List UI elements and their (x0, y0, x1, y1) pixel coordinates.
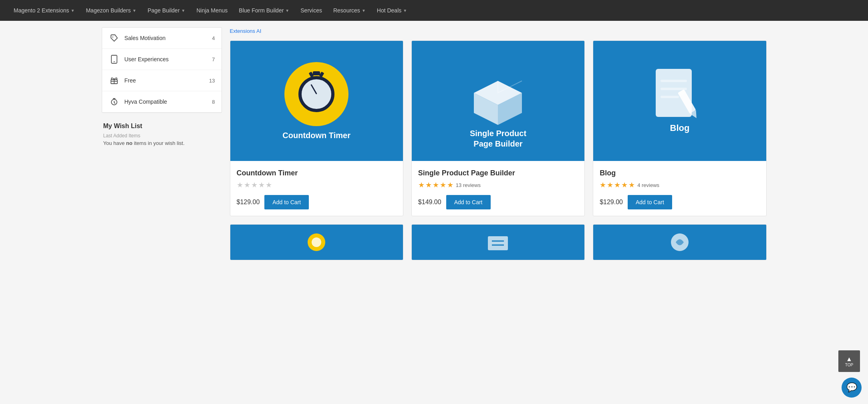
partial-icon-1 (304, 225, 328, 260)
sidebar-item-user-experiences[interactable]: User Experiences 7 (102, 49, 222, 70)
nav-resources[interactable]: Resources ▼ (328, 0, 371, 21)
sidebar-count-user-experiences: 7 (212, 56, 215, 62)
star-3: ★ (614, 181, 620, 189)
nav-page-builder-caret: ▼ (181, 8, 185, 13)
nav-hot-deals[interactable]: Hot Deals ▼ (371, 0, 413, 21)
product-rating-countdown-timer: ★ ★ ★ ★ ★ (237, 181, 397, 189)
sidebar-label-free: Free (125, 77, 205, 84)
star-2: ★ (607, 181, 613, 189)
sidebar-label-hyva-compatible: Hyva Compatible (125, 98, 207, 105)
gift-icon (109, 75, 120, 86)
wish-list-empty-text: You have no items in your wish list. (103, 140, 220, 146)
star-2: ★ (244, 181, 250, 189)
nav-magezon-builders[interactable]: Magezon Builders ▼ (80, 0, 142, 21)
svg-rect-18 (488, 236, 508, 250)
sidebar-menu: Sales Motivation 4 User Experiences 7 (102, 27, 222, 113)
star-5: ★ (447, 181, 453, 189)
product-footer-single-product: $149.00 Add to Cart (418, 195, 578, 209)
sidebar-label-user-experiences: User Experiences (125, 56, 207, 62)
product-card-partial-1 (230, 224, 403, 260)
product-price-single-product: $149.00 (418, 199, 441, 206)
star-4: ★ (621, 181, 628, 189)
product-card-single-product: Single ProductPage Builder Single Produc… (411, 40, 585, 216)
add-to-cart-button-single-product[interactable]: Add to Cart (446, 195, 491, 209)
product-footer-countdown-timer: $129.00 Add to Cart (237, 195, 397, 209)
product-image-single-product[interactable]: Single ProductPage Builder (412, 41, 584, 161)
sidebar-item-free[interactable]: Free 13 (102, 70, 222, 91)
sidebar-count-free: 13 (209, 78, 215, 84)
svg-point-0 (112, 36, 113, 37)
main-content: Extensions AI Coun (230, 27, 767, 260)
product-price-countdown-timer: $129.00 (237, 199, 260, 206)
product-info-blog: Blog ★ ★ ★ ★ ★ 4 reviews $129.00 Ad (593, 161, 766, 216)
product-card-countdown-timer: Countdown Timer Countdown Timer ★ ★ ★ ★ … (230, 40, 403, 216)
star-2: ★ (425, 181, 432, 189)
countdown-timer-icon: Countdown Timer (282, 62, 350, 140)
star-1: ★ (600, 181, 606, 189)
product-image-partial-2[interactable] (412, 225, 584, 260)
stars-single-product: ★ ★ ★ ★ ★ (418, 181, 453, 189)
partial-product-row (230, 224, 767, 260)
nav-magento-extensions-caret: ▼ (71, 8, 75, 13)
product-image-partial-1[interactable] (230, 225, 403, 260)
product-card-partial-3 (593, 224, 766, 260)
product-grid: Countdown Timer Countdown Timer ★ ★ ★ ★ … (230, 40, 767, 216)
nav-blue-form-builder-caret: ▼ (285, 8, 289, 13)
star-4: ★ (258, 181, 265, 189)
nav-ninja-menus[interactable]: Ninja Menus (191, 0, 233, 21)
nav-blue-form-builder[interactable]: Blue Form Builder ▼ (233, 0, 295, 21)
reviews-count-single-product: 13 reviews (456, 182, 481, 188)
sidebar-label-sales-motivation: Sales Motivation (125, 35, 207, 41)
blog-icon: Blog (644, 61, 716, 141)
nav-services[interactable]: Services (295, 0, 328, 21)
star-1: ★ (418, 181, 425, 189)
add-to-cart-button-countdown-timer[interactable]: Add to Cart (264, 195, 309, 209)
countdown-timer-image-label: Countdown Timer (282, 131, 350, 140)
star-1: ★ (237, 181, 243, 189)
sidebar-count-hyva-compatible: 8 (212, 99, 215, 105)
add-to-cart-button-blog[interactable]: Add to Cart (628, 195, 672, 209)
product-info-single-product: Single Product Page Builder ★ ★ ★ ★ ★ 13… (412, 161, 584, 216)
nav-resources-caret: ▼ (362, 8, 366, 13)
partial-icon-3 (668, 225, 692, 260)
svg-point-17 (312, 237, 321, 247)
stars-countdown-timer: ★ ★ ★ ★ ★ (237, 181, 272, 189)
svg-text:Blog: Blog (670, 123, 689, 133)
product-rating-single-product: ★ ★ ★ ★ ★ 13 reviews (418, 181, 578, 189)
tag-icon (109, 32, 120, 44)
product-card-partial-2 (411, 224, 585, 260)
sidebar-item-sales-motivation[interactable]: Sales Motivation 4 (102, 28, 222, 49)
star-3: ★ (433, 181, 439, 189)
sidebar: Sales Motivation 4 User Experiences 7 (102, 27, 222, 260)
product-name-blog: Blog (600, 169, 759, 177)
star-3: ★ (251, 181, 258, 189)
mobile-icon (109, 54, 120, 65)
nav-magezon-builders-caret: ▼ (133, 8, 137, 13)
sidebar-item-hyva-compatible[interactable]: Hyva Compatible 8 (102, 91, 222, 113)
wish-list-subtitle: Last Added Items (103, 133, 220, 139)
partial-icon-2 (486, 225, 510, 260)
product-image-partial-3[interactable] (593, 225, 766, 260)
product-footer-blog: $129.00 Add to Cart (600, 195, 759, 209)
hyva-clock-icon (109, 96, 120, 107)
product-price-blog: $129.00 (600, 199, 623, 206)
product-name-countdown-timer: Countdown Timer (237, 169, 397, 177)
reviews-count-blog: 4 reviews (637, 182, 659, 188)
main-nav: Magento 2 Extensions ▼ Magezon Builders … (0, 0, 868, 21)
product-image-countdown-timer[interactable]: Countdown Timer (230, 41, 403, 161)
wish-list-title: My Wish List (103, 123, 220, 130)
product-card-blog: Blog Blog ★ ★ ★ ★ ★ 4 reviews (593, 40, 766, 216)
star-4: ★ (440, 181, 446, 189)
product-image-blog[interactable]: Blog (593, 41, 766, 161)
nav-page-builder[interactable]: Page Builder ▼ (142, 0, 191, 21)
wish-list-section: My Wish List Last Added Items You have n… (102, 123, 222, 146)
box-icon: Single ProductPage Builder (466, 73, 530, 129)
breadcrumb-link[interactable]: Extensions AI (230, 28, 262, 34)
product-rating-blog: ★ ★ ★ ★ ★ 4 reviews (600, 181, 759, 189)
star-5: ★ (266, 181, 272, 189)
nav-hot-deals-caret: ▼ (403, 8, 407, 13)
sidebar-count-sales-motivation: 4 (212, 35, 215, 41)
nav-magento-extensions[interactable]: Magento 2 Extensions ▼ (8, 0, 80, 21)
star-5: ★ (628, 181, 635, 189)
product-info-countdown-timer: Countdown Timer ★ ★ ★ ★ ★ $129.00 Add to… (230, 161, 403, 216)
